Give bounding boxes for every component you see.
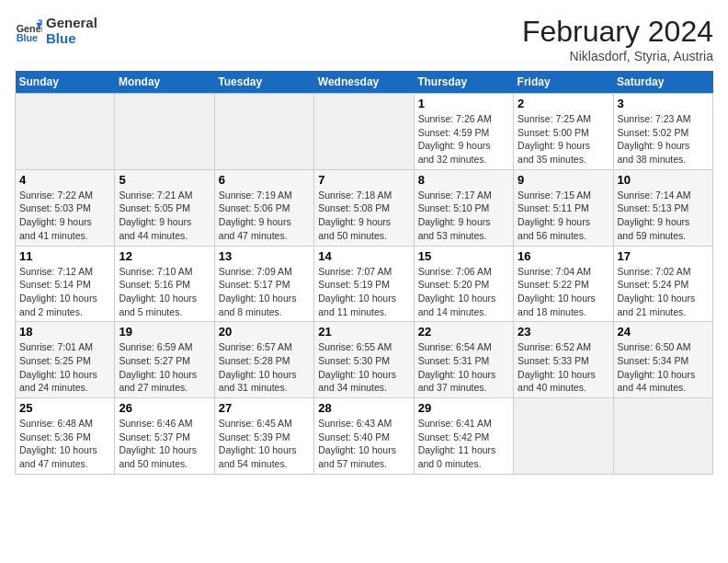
day-info: Sunrise: 7:01 AMSunset: 5:25 PMDaylight:…	[19, 340, 110, 395]
day-info: Sunrise: 7:12 AMSunset: 5:14 PMDaylight:…	[19, 265, 110, 319]
day-info: Sunrise: 7:21 AMSunset: 5:05 PMDaylight:…	[119, 189, 210, 243]
calendar-cell: 1Sunrise: 7:26 AMSunset: 4:59 PMDaylight…	[414, 94, 513, 170]
header-wednesday: Wednesday	[314, 71, 414, 94]
day-info: Sunrise: 6:43 AMSunset: 5:40 PMDaylight:…	[318, 417, 409, 471]
day-number: 10	[618, 173, 709, 187]
day-info: Sunrise: 7:22 AMSunset: 5:03 PMDaylight:…	[19, 189, 110, 243]
day-info: Sunrise: 7:15 AMSunset: 5:11 PMDaylight:…	[518, 189, 609, 243]
day-number: 14	[318, 249, 409, 263]
header-sunday: Sunday	[16, 71, 115, 94]
day-number: 9	[518, 173, 609, 187]
week-row-2: 4Sunrise: 7:22 AMSunset: 5:03 PMDaylight…	[16, 169, 713, 246]
day-number: 2	[518, 97, 609, 110]
calendar-cell: 8Sunrise: 7:17 AMSunset: 5:10 PMDaylight…	[414, 169, 513, 246]
calendar-cell: 4Sunrise: 7:22 AMSunset: 5:03 PMDaylight…	[16, 169, 115, 246]
day-info: Sunrise: 7:26 AMSunset: 4:59 PMDaylight:…	[418, 112, 509, 167]
svg-text:Blue: Blue	[17, 32, 38, 43]
day-info: Sunrise: 6:45 AMSunset: 5:39 PMDaylight:…	[219, 417, 310, 471]
logo-icon: General Blue	[15, 17, 42, 44]
page-header: General Blue General Blue February 2024 …	[15, 15, 713, 63]
day-info: Sunrise: 6:46 AMSunset: 5:37 PMDaylight:…	[119, 417, 210, 471]
day-info: Sunrise: 7:19 AMSunset: 5:06 PMDaylight:…	[219, 189, 310, 243]
calendar-cell: 9Sunrise: 7:15 AMSunset: 5:11 PMDaylight…	[514, 169, 613, 246]
day-number: 11	[19, 249, 110, 263]
location-subtitle: Niklasdorf, Styria, Austria	[522, 49, 713, 63]
calendar-cell: 28Sunrise: 6:43 AMSunset: 5:40 PMDayligh…	[314, 398, 414, 475]
calendar-cell: 27Sunrise: 6:45 AMSunset: 5:39 PMDayligh…	[214, 398, 313, 475]
week-row-4: 18Sunrise: 7:01 AMSunset: 5:25 PMDayligh…	[16, 322, 713, 398]
header-monday: Monday	[115, 71, 214, 94]
day-number: 5	[119, 173, 210, 187]
calendar-cell: 25Sunrise: 6:48 AMSunset: 5:36 PMDayligh…	[16, 398, 115, 475]
calendar-cell: 11Sunrise: 7:12 AMSunset: 5:14 PMDayligh…	[16, 246, 115, 322]
week-row-1: 1Sunrise: 7:26 AMSunset: 4:59 PMDaylight…	[16, 94, 713, 170]
calendar-cell: 7Sunrise: 7:18 AMSunset: 5:08 PMDaylight…	[314, 169, 414, 246]
day-number: 28	[318, 401, 409, 415]
calendar-cell: 20Sunrise: 6:57 AMSunset: 5:28 PMDayligh…	[214, 322, 313, 398]
day-number: 17	[618, 249, 709, 263]
day-info: Sunrise: 7:04 AMSunset: 5:22 PMDaylight:…	[518, 265, 609, 319]
calendar-cell: 16Sunrise: 7:04 AMSunset: 5:22 PMDayligh…	[514, 246, 613, 322]
day-info: Sunrise: 7:09 AMSunset: 5:17 PMDaylight:…	[219, 265, 310, 319]
day-number: 25	[19, 401, 110, 415]
day-info: Sunrise: 7:10 AMSunset: 5:16 PMDaylight:…	[119, 265, 210, 319]
calendar-cell: 17Sunrise: 7:02 AMSunset: 5:24 PMDayligh…	[613, 246, 712, 322]
day-number: 21	[318, 325, 409, 339]
calendar-cell: 6Sunrise: 7:19 AMSunset: 5:06 PMDaylight…	[214, 169, 313, 246]
week-row-3: 11Sunrise: 7:12 AMSunset: 5:14 PMDayligh…	[16, 246, 713, 322]
calendar-cell	[613, 398, 712, 475]
day-number: 7	[318, 173, 409, 187]
day-info: Sunrise: 7:25 AMSunset: 5:00 PMDaylight:…	[518, 112, 609, 167]
calendar-cell: 19Sunrise: 6:59 AMSunset: 5:27 PMDayligh…	[115, 322, 214, 398]
calendar-cell: 13Sunrise: 7:09 AMSunset: 5:17 PMDayligh…	[214, 246, 313, 322]
day-number: 15	[418, 249, 509, 263]
day-info: Sunrise: 7:17 AMSunset: 5:10 PMDaylight:…	[418, 189, 509, 243]
header-tuesday: Tuesday	[214, 71, 313, 94]
calendar-cell: 29Sunrise: 6:41 AMSunset: 5:42 PMDayligh…	[414, 398, 513, 475]
calendar-cell	[314, 94, 414, 170]
day-number: 12	[119, 249, 210, 263]
calendar-cell	[16, 94, 115, 170]
logo-text-line1: General	[46, 15, 97, 30]
day-number: 18	[19, 325, 110, 339]
header-thursday: Thursday	[414, 71, 513, 94]
day-info: Sunrise: 7:18 AMSunset: 5:08 PMDaylight:…	[318, 189, 409, 243]
week-row-5: 25Sunrise: 6:48 AMSunset: 5:36 PMDayligh…	[16, 398, 713, 475]
day-info: Sunrise: 6:55 AMSunset: 5:30 PMDaylight:…	[318, 340, 409, 395]
header-friday: Friday	[514, 71, 613, 94]
calendar-cell: 23Sunrise: 6:52 AMSunset: 5:33 PMDayligh…	[514, 322, 613, 398]
day-info: Sunrise: 6:50 AMSunset: 5:34 PMDaylight:…	[618, 340, 709, 395]
day-number: 27	[219, 401, 310, 415]
day-number: 16	[518, 249, 609, 263]
calendar-cell	[514, 398, 613, 475]
day-number: 3	[618, 97, 709, 110]
day-number: 22	[418, 325, 509, 339]
day-info: Sunrise: 7:23 AMSunset: 5:02 PMDaylight:…	[618, 112, 709, 167]
calendar-cell: 14Sunrise: 7:07 AMSunset: 5:19 PMDayligh…	[314, 246, 414, 322]
day-info: Sunrise: 6:52 AMSunset: 5:33 PMDaylight:…	[518, 340, 609, 395]
calendar-cell: 10Sunrise: 7:14 AMSunset: 5:13 PMDayligh…	[613, 169, 712, 246]
day-info: Sunrise: 6:48 AMSunset: 5:36 PMDaylight:…	[19, 417, 110, 471]
day-number: 1	[418, 97, 509, 110]
month-title: February 2024	[522, 15, 713, 49]
day-number: 26	[119, 401, 210, 415]
calendar-cell: 24Sunrise: 6:50 AMSunset: 5:34 PMDayligh…	[613, 322, 712, 398]
calendar-cell: 18Sunrise: 7:01 AMSunset: 5:25 PMDayligh…	[16, 322, 115, 398]
title-block: February 2024 Niklasdorf, Styria, Austri…	[522, 15, 713, 63]
day-info: Sunrise: 7:06 AMSunset: 5:20 PMDaylight:…	[418, 265, 509, 319]
day-info: Sunrise: 6:54 AMSunset: 5:31 PMDaylight:…	[418, 340, 509, 395]
calendar-cell: 5Sunrise: 7:21 AMSunset: 5:05 PMDaylight…	[115, 169, 214, 246]
day-number: 6	[219, 173, 310, 187]
day-number: 13	[219, 249, 310, 263]
day-info: Sunrise: 6:59 AMSunset: 5:27 PMDaylight:…	[119, 340, 210, 395]
calendar-cell: 15Sunrise: 7:06 AMSunset: 5:20 PMDayligh…	[414, 246, 513, 322]
day-info: Sunrise: 7:02 AMSunset: 5:24 PMDaylight:…	[618, 265, 709, 319]
calendar-cell: 3Sunrise: 7:23 AMSunset: 5:02 PMDaylight…	[613, 94, 712, 170]
weekday-header-row: Sunday Monday Tuesday Wednesday Thursday…	[16, 71, 713, 94]
calendar-cell: 21Sunrise: 6:55 AMSunset: 5:30 PMDayligh…	[314, 322, 414, 398]
day-number: 29	[418, 401, 509, 415]
calendar-cell	[115, 94, 214, 170]
day-number: 4	[19, 173, 110, 187]
day-info: Sunrise: 7:07 AMSunset: 5:19 PMDaylight:…	[318, 265, 409, 319]
calendar-cell: 22Sunrise: 6:54 AMSunset: 5:31 PMDayligh…	[414, 322, 513, 398]
